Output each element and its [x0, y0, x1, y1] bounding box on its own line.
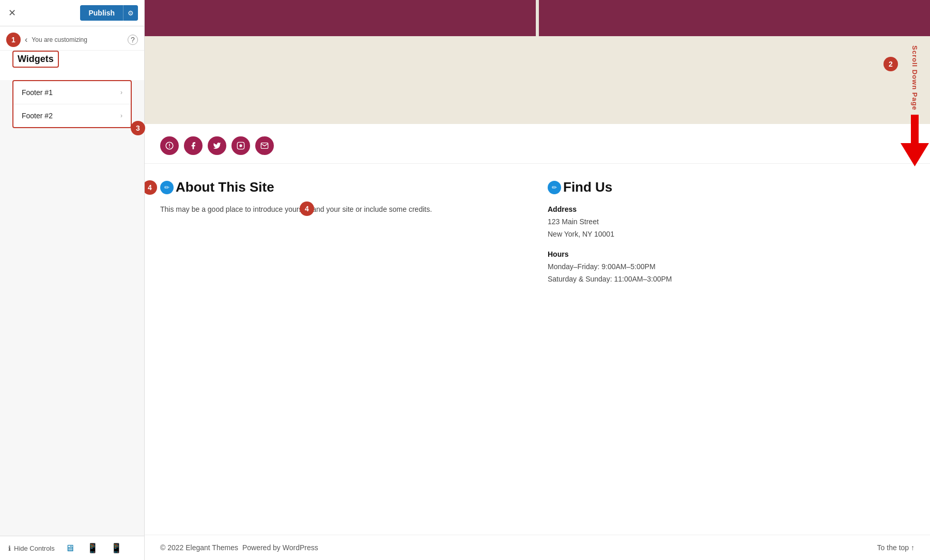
address-line1: 123 Main Street	[548, 217, 599, 226]
footer-left: © 2022 Elegant Themes Powered by WordPre…	[160, 543, 318, 552]
hours-line1: Monday–Friday: 9:00AM–5:00PM	[548, 262, 656, 271]
footer-2-label: Footer #2	[22, 112, 53, 120]
address-line2: New York, NY 10001	[548, 230, 614, 238]
hide-controls-label: Hide Controls	[14, 545, 55, 552]
about-widget-title: About This Site	[176, 179, 274, 195]
site-footer-bar: © 2022 Elegant Themes Powered by WordPre…	[145, 535, 930, 560]
scroll-down-text: Scroll Down Page	[911, 45, 919, 111]
scroll-down-arrow-icon	[901, 115, 929, 166]
find-us-title-row: ✏ Find Us	[548, 179, 915, 195]
email-icon[interactable]	[255, 136, 274, 155]
about-widget: 4 ✏ About This Site This may be a good p…	[160, 179, 527, 524]
instagram-icon[interactable]	[231, 136, 250, 155]
preview-top-banner	[145, 0, 930, 36]
about-edit-icon[interactable]: ✏	[160, 181, 174, 194]
publish-group: Publish ⚙	[80, 5, 138, 21]
preview-content: 4 ✏ About This Site This may be a good p…	[145, 124, 930, 560]
footer-1-label: Footer #1	[22, 88, 53, 97]
address-label: Address	[548, 205, 577, 213]
step-badge-4-preview: 4	[300, 201, 314, 216]
twitter-icon[interactable]	[208, 136, 226, 155]
close-button[interactable]: ✕	[6, 5, 18, 21]
to-the-top-label: To the top ↑	[877, 543, 915, 552]
banner-left	[145, 0, 536, 36]
footer-items-wrapper: Footer #1 › Footer #2 › 3	[6, 80, 138, 128]
footer-2-item[interactable]: Footer #2 ›	[13, 104, 131, 127]
chevron-right-icon-1: ›	[120, 89, 122, 96]
svg-marker-3	[901, 143, 929, 166]
mobile-device-button[interactable]: 📱	[109, 541, 124, 555]
social-icons-row	[145, 124, 930, 164]
find-us-widget-body: Address 123 Main Street New York, NY 100…	[548, 204, 915, 286]
customizer-nav: 1 ‹ You are customizing ?	[0, 26, 144, 51]
preview-area: 4 ✏ About This Site This may be a good p…	[145, 0, 930, 560]
back-button[interactable]: ‹	[25, 35, 27, 44]
step-badge-2: 2	[884, 57, 898, 71]
help-button[interactable]: ?	[128, 35, 138, 45]
customizer-bottom: ℹ Hide Controls 🖥 📱 📱	[0, 536, 144, 560]
scroll-down-annotation: Scroll Down Page	[903, 40, 926, 166]
customizer-header: ✕ Publish ⚙	[0, 0, 144, 26]
to-the-top[interactable]: To the top ↑	[877, 543, 915, 552]
about-widget-body: This may be a good place to introduce yo…	[160, 204, 527, 216]
step-badge-1: 1	[6, 33, 21, 47]
info-icon: ℹ	[8, 545, 11, 552]
about-text: This may be a good place to introduce yo…	[160, 204, 527, 216]
preview-hero	[145, 36, 930, 124]
find-us-edit-icon[interactable]: ✏	[548, 181, 561, 194]
copyright-text: © 2022 Elegant Themes	[160, 543, 238, 552]
hours-block: Hours Monday–Friday: 9:00AM–5:00PM Satur…	[548, 248, 915, 285]
customizer-panel: ✕ Publish ⚙ 1 ‹ You are customizing ? Wi…	[0, 0, 145, 560]
step-badge-4: 4	[145, 180, 157, 195]
hours-label: Hours	[548, 250, 568, 258]
customizing-label: You are customizing	[32, 36, 87, 43]
yelp-icon[interactable]	[160, 136, 179, 155]
find-us-widget-title: Find Us	[563, 179, 612, 195]
publish-button[interactable]: Publish	[80, 5, 123, 21]
powered-by-text: Powered by WordPress	[242, 543, 318, 552]
about-title-row: 4 ✏ About This Site	[160, 179, 527, 195]
tablet-device-button[interactable]: 📱	[85, 541, 100, 555]
banner-right	[539, 0, 930, 36]
footer-widgets: 4 ✏ About This Site This may be a good p…	[145, 164, 930, 535]
desktop-device-button[interactable]: 🖥	[63, 542, 76, 555]
address-block: Address 123 Main Street New York, NY 100…	[548, 204, 915, 240]
gear-button[interactable]: ⚙	[123, 5, 138, 21]
find-us-widget: ✏ Find Us Address 123 Main Street New Yo…	[548, 179, 915, 524]
widgets-section-container: Footer #1 › Footer #2 ›	[12, 80, 132, 128]
chevron-right-icon-2: ›	[120, 112, 122, 119]
step-badge-3: 3	[131, 121, 145, 135]
section-title: Widgets	[12, 51, 59, 68]
facebook-icon[interactable]	[184, 136, 203, 155]
hide-controls-button[interactable]: ℹ Hide Controls	[8, 545, 55, 552]
footer-1-item[interactable]: Footer #1 ›	[13, 81, 131, 104]
widgets-label-wrapper: Widgets	[0, 51, 144, 80]
hours-line2: Saturday & Sunday: 11:00AM–3:00PM	[548, 275, 672, 283]
